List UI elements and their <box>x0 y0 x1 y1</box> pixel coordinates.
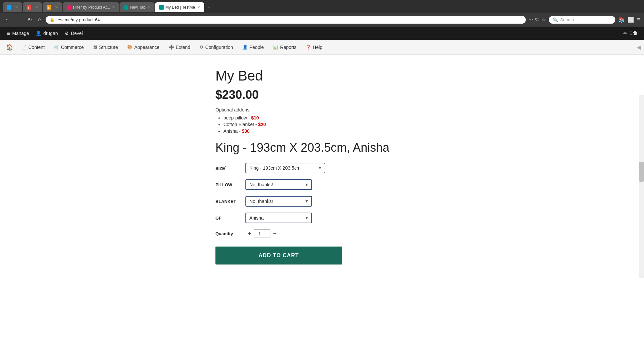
tab-globe[interactable]: 🌐 ✕ <box>3 2 22 12</box>
address-bar-row: ← → ↻ ⌂ 🔒 test.me/my-product-64 ⋯ 🛡 ☆ 🔍 … <box>0 13 644 27</box>
quantity-input[interactable] <box>254 229 270 238</box>
structure-icon: 🏛 <box>93 45 98 50</box>
addon-price-2: $20 <box>258 122 266 127</box>
extend-icon: ➕ <box>169 45 174 50</box>
window-icon[interactable]: ⬜ <box>627 17 634 23</box>
size-select[interactable]: King - 193cm X 203.5cm Queen - 153cm X 2… <box>245 163 325 173</box>
commerce-icon: 🛒 <box>54 45 59 50</box>
page-content: My Bed $230.00 Optional addons: peep-pil… <box>0 55 644 278</box>
addon-item-2: Cotton Blanket - $20 <box>223 122 429 127</box>
nav-people-label: People <box>249 45 264 50</box>
pillow-row: PILLOW No, thanks! peep-pillow (+$10) ▼ <box>215 179 429 190</box>
pencil-icon: ✏ <box>623 31 627 36</box>
size-label: SIZE* <box>215 165 245 171</box>
menu-icon[interactable]: ≡ <box>637 16 641 24</box>
quantity-plus-button[interactable]: + <box>245 231 254 237</box>
nav-home-icon[interactable]: 🏠 <box>3 44 17 51</box>
quantity-minus-button[interactable]: − <box>270 231 279 237</box>
blanket-select[interactable]: No, thanks! Cotton Blanket (+$20) <box>245 196 312 207</box>
blanket-label: BLANKET <box>215 199 245 204</box>
nav-help-label: Help <box>313 45 322 50</box>
nav-people[interactable]: 👤 People <box>238 40 269 54</box>
nav-content[interactable]: 📄 Content <box>17 40 49 54</box>
user-menu[interactable]: 👤 drugan <box>33 31 61 36</box>
people-icon: 👤 <box>242 45 248 50</box>
admin-bar: ≡ Manage 👤 drugan ⚙ Devel ✏ Edit <box>0 27 644 40</box>
nav-commerce-label: Commerce <box>61 45 84 50</box>
quantity-label: Quantity <box>215 231 245 236</box>
addon-item-3: Anisha - $30 <box>223 128 429 134</box>
bookmark-icon[interactable]: ⋯ <box>528 17 533 22</box>
browser-chrome: 🌐 ✕ e! ✕ e! ✕ Filter by Product At... ✕ … <box>0 0 644 27</box>
manage-label: Manage <box>12 31 29 36</box>
tab-close3[interactable]: ✕ <box>55 5 58 10</box>
nav-reports-label: Reports <box>280 45 296 50</box>
nav-content-label: Content <box>28 45 45 50</box>
address-box[interactable]: 🔒 test.me/my-product-64 <box>46 16 526 24</box>
lock-icon: 🔒 <box>50 17 55 22</box>
addon-list: peep-pillow - $10 Cotton Blanket - $20 A… <box>215 115 429 134</box>
forward-button[interactable]: → <box>15 16 23 23</box>
nav-help[interactable]: ❓ Help <box>301 40 327 54</box>
nav-collapse-icon[interactable]: ◀ <box>637 44 641 51</box>
bookmarks-icon[interactable]: 📚 <box>618 17 625 23</box>
tab-favicon2: e! <box>27 5 31 10</box>
nav-structure[interactable]: 🏛 Structure <box>89 40 123 54</box>
manage-menu[interactable]: ≡ Manage <box>4 30 32 37</box>
tab-close5[interactable]: ✕ <box>148 5 151 10</box>
nav-configuration[interactable]: ⚙ Configuration <box>195 40 237 54</box>
refresh-button[interactable]: ↻ <box>26 16 34 24</box>
configuration-icon: ⚙ <box>199 45 203 50</box>
nav-extend-label: Extend <box>176 45 190 50</box>
tab-mybed-label: My Bed | TestMe <box>165 5 195 10</box>
blanket-select-wrapper: No, thanks! Cotton Blanket (+$20) ▼ <box>245 196 312 207</box>
addon-name-2: Cotton Blanket - <box>223 122 258 127</box>
gf-label: GF <box>215 216 245 221</box>
user-icon: 👤 <box>36 31 41 36</box>
search-placeholder: Search <box>560 17 574 22</box>
addon-price-3: $30 <box>242 128 249 134</box>
content-icon: 📄 <box>21 45 27 50</box>
tab-newtab[interactable]: New Tab ✕ <box>120 2 154 12</box>
nav-extra: ⋯ 🛡 ☆ <box>528 17 546 22</box>
gf-select[interactable]: Anisha No, thanks! <box>245 213 312 223</box>
pillow-label: PILLOW <box>215 182 245 187</box>
tab-email1[interactable]: e! ✕ <box>23 2 42 12</box>
star-icon[interactable]: ☆ <box>542 17 546 22</box>
pillow-select[interactable]: No, thanks! peep-pillow (+$10) <box>245 179 312 190</box>
devel-menu[interactable]: ⚙ Devel <box>62 31 86 36</box>
browser-search-box[interactable]: 🔍 Search <box>549 16 615 24</box>
tab-filter[interactable]: Filter by Product At... ✕ <box>63 2 119 12</box>
new-tab-button[interactable]: + <box>205 4 213 10</box>
nav-reports[interactable]: 📊 Reports <box>268 40 301 54</box>
tab-close6[interactable]: ✕ <box>197 5 200 10</box>
edit-button[interactable]: ✏ Edit <box>621 31 640 36</box>
devel-label: Devel <box>71 31 83 36</box>
gf-row: GF Anisha No, thanks! ▼ <box>215 213 429 223</box>
home-button[interactable]: ⌂ <box>36 16 43 23</box>
nav-right: ◀ <box>637 44 641 51</box>
nav-commerce[interactable]: 🛒 Commerce <box>49 40 88 54</box>
nav-appearance-label: Appearance <box>134 45 160 50</box>
scrollbar-track[interactable] <box>639 95 644 278</box>
appearance-icon: 🎨 <box>127 45 133 50</box>
variant-title: King - 193cm X 203.5cm, Anisha <box>215 140 429 155</box>
addon-item-1: peep-pillow - $10 <box>223 115 429 120</box>
edit-label: Edit <box>629 31 637 36</box>
tab-close4[interactable]: ✕ <box>112 5 115 10</box>
nav-extend[interactable]: ➕ Extend <box>164 40 195 54</box>
tab-newtab-label: New Tab <box>130 5 145 10</box>
add-to-cart-button[interactable]: ADD TO CART <box>215 247 342 265</box>
size-select-wrapper: King - 193cm X 203.5cm Queen - 153cm X 2… <box>245 163 325 173</box>
quantity-row: Quantity + − <box>215 229 429 238</box>
back-button[interactable]: ← <box>3 16 12 23</box>
scrollbar-thumb[interactable] <box>639 162 644 182</box>
nav-appearance[interactable]: 🎨 Appearance <box>123 40 164 54</box>
tab-close2[interactable]: ✕ <box>35 5 38 10</box>
user-label: drugan <box>43 31 58 36</box>
tab-close[interactable]: ✕ <box>15 5 18 10</box>
tab-mybed[interactable]: My Bed | TestMe ✕ <box>155 2 204 12</box>
tab-favicon5 <box>124 5 128 10</box>
tab-email2[interactable]: e! ✕ <box>43 2 62 12</box>
tab-favicon: 🌐 <box>7 5 11 10</box>
